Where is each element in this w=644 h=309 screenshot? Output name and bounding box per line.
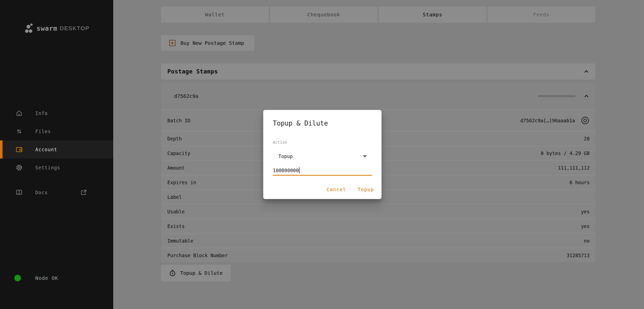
swarm-desktop-app: swarm DESKTOP Info Files: [0, 0, 644, 309]
node-status-label: Node OK: [35, 275, 58, 281]
house-icon: [16, 110, 23, 117]
amount-input[interactable]: 100000000: [273, 166, 372, 175]
amount-input-value: 100000000: [273, 168, 299, 173]
sidebar-item-settings[interactable]: Settings: [0, 159, 113, 177]
sidebar-item-label: Files: [35, 129, 51, 134]
caret-down-icon: [363, 155, 367, 158]
sidebar-item-label: Settings: [35, 165, 60, 170]
modal-buttons: Cancel Topup: [327, 185, 374, 194]
node-ok-dot-icon: [14, 275, 21, 281]
sidebar-nav: Info Files Account: [0, 104, 113, 202]
swarm-hexagons-icon: [25, 23, 34, 34]
transfer-arrows-icon: [16, 128, 23, 135]
sidebar-item-docs[interactable]: Docs: [0, 183, 113, 202]
gear-icon: [16, 164, 23, 171]
sidebar-item-label: Account: [35, 147, 57, 152]
app-logo: swarm DESKTOP: [25, 23, 90, 34]
action-field-label: Action: [273, 140, 287, 145]
wallet-icon: [16, 146, 23, 153]
sidebar-item-info[interactable]: Info: [0, 104, 113, 122]
sidebar-item-label: Info: [35, 110, 48, 116]
modal-title: Topup & Dilute: [273, 120, 328, 127]
logo-brand-text: swarm: [36, 25, 57, 32]
open-book-icon: [16, 189, 23, 196]
action-select[interactable]: Topup: [273, 150, 372, 162]
topup-confirm-button[interactable]: Topup: [358, 185, 374, 194]
amount-input-underline: [273, 175, 372, 176]
topup-dilute-modal: Topup & Dilute Action Topup 100000000 Ca…: [263, 110, 382, 199]
node-status: Node OK: [0, 272, 113, 284]
external-link-icon: [80, 189, 87, 196]
action-select-value: Topup: [278, 153, 293, 159]
text-cursor: [299, 167, 299, 173]
logo-product-text: DESKTOP: [60, 25, 90, 32]
sidebar-item-account[interactable]: Account: [0, 140, 113, 159]
sidebar-item-files[interactable]: Files: [0, 122, 113, 140]
cancel-button[interactable]: Cancel: [327, 185, 346, 194]
sidebar-item-label: Docs: [35, 190, 48, 195]
sidebar: swarm DESKTOP Info Files: [0, 0, 113, 309]
